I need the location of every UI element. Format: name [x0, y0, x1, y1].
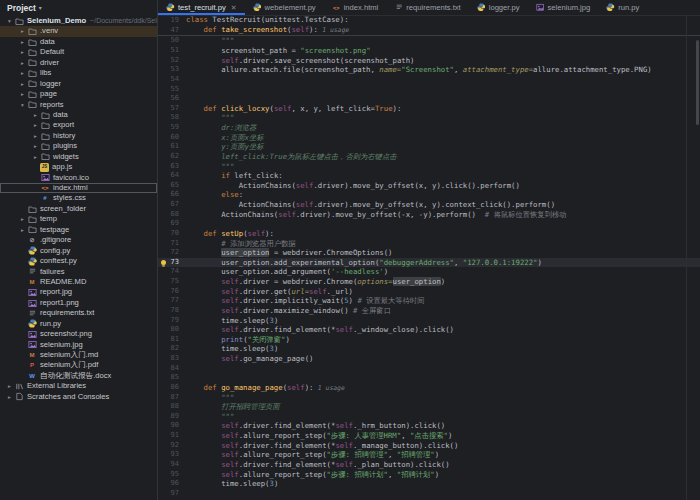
tab-selenium.jpg[interactable]: selenium.jpg: [528, 0, 599, 15]
line-number[interactable]: 66: [158, 190, 186, 200]
code-line-19[interactable]: 19class TestRecruit(unittest.TestCase):: [158, 15, 700, 25]
chevron-down-icon[interactable]: ▾: [18, 100, 27, 110]
tree-item-screenshot.png[interactable]: screenshot.png: [0, 329, 157, 339]
chevron-right-icon[interactable]: ▸: [18, 58, 27, 68]
line-number[interactable]: 67: [158, 200, 186, 210]
code-line-87[interactable]: 87 """: [158, 393, 700, 403]
tab-requirements.txt[interactable]: requirements.txt: [386, 0, 468, 15]
tree-item-plugins[interactable]: ▸plugins: [0, 141, 157, 151]
tree-item-.venv[interactable]: ▸.venv: [0, 26, 157, 36]
line-number[interactable]: 96: [158, 479, 186, 489]
code-line-62[interactable]: 62 left_click:True为鼠标左键点击，否则为右键点击: [158, 152, 700, 162]
intention-bulb-icon[interactable]: [161, 260, 166, 265]
code-line-93[interactable]: 93 self.allure_report_step("步骤: 招聘管理", "…: [158, 450, 700, 460]
line-number[interactable]: 60: [158, 133, 186, 143]
line-number[interactable]: 91: [158, 431, 186, 441]
line-number[interactable]: 80: [158, 325, 186, 335]
tree-item-index.html[interactable]: <>index.html: [0, 183, 157, 193]
tree-item-libs[interactable]: ▸libs: [0, 68, 157, 78]
line-number[interactable]: 69: [158, 219, 186, 229]
chevron-right-icon[interactable]: ▸: [5, 381, 14, 391]
code-line-96[interactable]: 96 time.sleep(3): [158, 479, 700, 489]
code-line-66[interactable]: 66 else:: [158, 190, 700, 200]
tree-item-history[interactable]: ▸history: [0, 131, 157, 141]
line-number[interactable]: 81: [158, 335, 186, 345]
chevron-right-icon[interactable]: ▸: [31, 141, 40, 151]
code-line-60[interactable]: 60 x:页面x坐标: [158, 133, 700, 143]
line-number[interactable]: 52: [158, 56, 186, 66]
code-line-51[interactable]: 51 screenshot_path = "screenshot.png": [158, 46, 700, 56]
line-number[interactable]: 63: [158, 162, 186, 172]
code-line-58[interactable]: 58 """: [158, 113, 700, 123]
tree-item-reports[interactable]: ▾reports: [0, 100, 157, 110]
code-line-64[interactable]: 64 if left_click:: [158, 171, 700, 181]
tree-item-temp[interactable]: ▸temp: [0, 214, 157, 224]
code-line-59[interactable]: 59 dr:浏览器: [158, 123, 700, 133]
line-number[interactable]: 55: [158, 85, 186, 95]
code-line-80[interactable]: 80 self.driver.find_element(*self._windo…: [158, 325, 700, 335]
code-line-75[interactable]: 75 self.driver = webdriver.Chrome(option…: [158, 277, 700, 287]
tree-item-conftest.py[interactable]: conftest.py: [0, 256, 157, 266]
code-line-69[interactable]: 69: [158, 219, 700, 229]
code-line-53[interactable]: 53 allure.attach.file(screenshot_path, n…: [158, 65, 700, 75]
tree-item-page[interactable]: ▸page: [0, 89, 157, 99]
chevron-right-icon[interactable]: ▸: [18, 47, 27, 57]
code-line-67[interactable]: 67 ActionChains(self.driver).move_by_off…: [158, 200, 700, 210]
chevron-right-icon[interactable]: ▸: [18, 225, 27, 235]
code-line-63[interactable]: 63 """: [158, 162, 700, 172]
tree-item-.gitignore[interactable]: ⊘.gitignore: [0, 235, 157, 245]
tree-item-report.jpg[interactable]: report.jpg: [0, 287, 157, 297]
tree-item-run.py[interactable]: run.py: [0, 319, 157, 329]
code-editor[interactable]: 19class TestRecruit(unittest.TestCase):4…: [158, 15, 700, 500]
line-number[interactable]: 76: [158, 287, 186, 297]
tree-item-selenium.jpg[interactable]: selenium.jpg: [0, 340, 157, 350]
tree-item-app.js[interactable]: JSapp.js: [0, 162, 157, 172]
line-number[interactable]: 74: [158, 267, 186, 277]
line-number[interactable]: 82: [158, 344, 186, 354]
code-line-77[interactable]: 77 self.driver.implicitly_wait(5) # 设置最大…: [158, 296, 700, 306]
code-line-65[interactable]: 65 ActionChains(self.driver).move_by_off…: [158, 181, 700, 191]
chevron-right-icon[interactable]: ▸: [31, 110, 40, 120]
tree-item-report1.png[interactable]: report1.png: [0, 298, 157, 308]
tree-item-driver[interactable]: ▸driver: [0, 58, 157, 68]
code-line-90[interactable]: 90 self.driver.find_element(*self._hrm_b…: [158, 421, 700, 431]
tree-item-favicon.ico[interactable]: favicon.ico: [0, 173, 157, 183]
code-line-82[interactable]: 82 time.sleep(3): [158, 344, 700, 354]
tree-item-widgets[interactable]: ▸widgets: [0, 152, 157, 162]
line-number[interactable]: 47: [158, 25, 186, 35]
code-line-68[interactable]: 68 ActionChains(self.driver).move_by_off…: [158, 210, 700, 220]
line-number[interactable]: 92: [158, 441, 186, 451]
tree-item-Scratches-and-Consoles[interactable]: ▸Scratches and Consoles: [0, 392, 157, 402]
tree-item-data[interactable]: ▸data: [0, 37, 157, 47]
line-number[interactable]: 56: [158, 94, 186, 104]
tab-webelement.py[interactable]: webelement.py: [245, 0, 324, 15]
line-number[interactable]: 19: [158, 15, 186, 25]
line-number[interactable]: 68: [158, 210, 186, 220]
line-number[interactable]: 77: [158, 296, 186, 306]
tab-test_recruit.py[interactable]: test_recruit.py✕: [158, 0, 245, 15]
code-line-94[interactable]: 94 self.driver.find_element(*self._plan_…: [158, 460, 700, 470]
tree-item-selenium-.pdf[interactable]: Pselenium入门.pdf: [0, 360, 157, 370]
code-line-97[interactable]: 97: [158, 489, 700, 499]
chevron-right-icon[interactable]: ▸: [18, 89, 27, 99]
line-number[interactable]: 50: [158, 36, 186, 46]
code-line-71[interactable]: 71 # 添加浏览器用户数据: [158, 239, 700, 249]
tree-item-config.py[interactable]: config.py: [0, 246, 157, 256]
line-number[interactable]: 79: [158, 316, 186, 326]
tree-item-requirements.txt[interactable]: requirements.txt: [0, 308, 157, 318]
code-line-92[interactable]: 92 self.driver.find_element(*self._manag…: [158, 441, 700, 451]
line-number[interactable]: 86: [158, 383, 186, 393]
line-number[interactable]: 59: [158, 123, 186, 133]
line-number[interactable]: 53: [158, 65, 186, 75]
tree-item-styles.css[interactable]: #styles.css: [0, 193, 157, 203]
line-number[interactable]: 85: [158, 373, 186, 383]
line-number[interactable]: 70: [158, 229, 186, 239]
chevron-right-icon[interactable]: ▸: [18, 79, 27, 89]
code-line-61[interactable]: 61 y:页面y坐标: [158, 142, 700, 152]
code-line-56[interactable]: 56: [158, 94, 700, 104]
code-line-57[interactable]: 57 def click_locxy(self, x, y, left_clic…: [158, 104, 700, 114]
line-number[interactable]: 88: [158, 402, 186, 412]
chevron-down-icon[interactable]: ▾: [5, 16, 14, 26]
code-line-79[interactable]: 79 time.sleep(3): [158, 316, 700, 326]
code-line-89[interactable]: 89 """: [158, 412, 700, 422]
